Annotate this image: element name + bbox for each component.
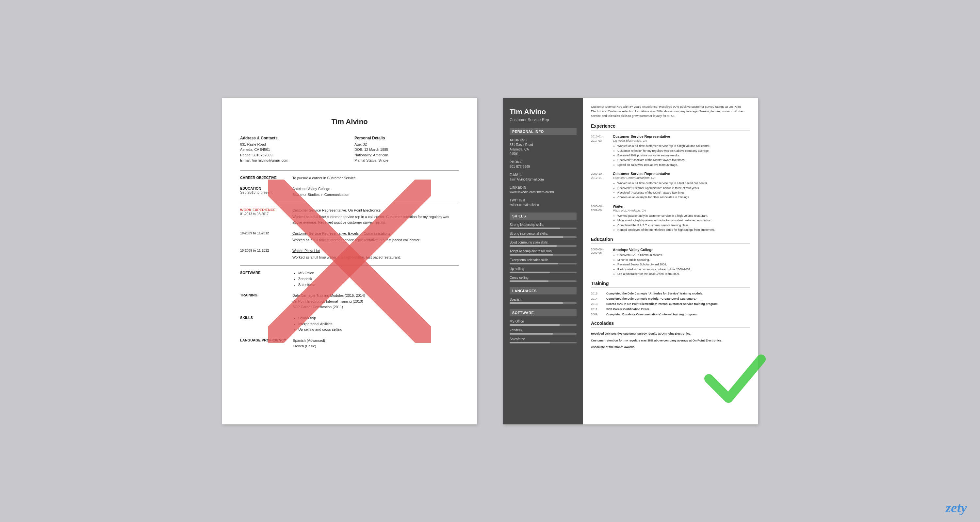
edu-1: 2005-09 -2009-05 Antelope Valley College… <box>591 248 750 276</box>
work-date-2: 10-2009 to 11-2012 <box>240 231 286 235</box>
training-2: 2014 Completed the Dale Carnegie module,… <box>591 297 750 300</box>
sidebar-phone: Phone 501-873-2669 <box>510 160 577 169</box>
career-text: To pursue a career in Customer Service. <box>293 175 459 181</box>
address-info: 831 Rasle Road Almeda, CA 94501 Phone: 5… <box>240 142 345 163</box>
training-1: 2015 Completed the Dale Carnegie "Attitu… <box>591 292 750 295</box>
resume-sidebar: Tim Alvino Customer Service Rep Personal… <box>503 98 583 424</box>
training-5: 2009 Completed Excelsior Communications'… <box>591 313 750 316</box>
address-label: Address & Contacts <box>240 136 345 140</box>
experience-title: Experience <box>591 124 750 130</box>
work-entry-1: Customer Service Representative, On Poin… <box>293 208 459 225</box>
skill-complaint: Adept at complaint resolution. <box>510 249 577 255</box>
skill-upselling: Up-selling <box>510 267 577 273</box>
work-date-3: 10-2009 to 11-2012 <box>240 248 286 252</box>
sw-zendesk: Zendesk <box>510 328 577 335</box>
right-name: Tim Alvino <box>510 108 577 116</box>
personal-info-header: Personal Info <box>510 128 577 135</box>
sidebar-twitter: Twitter twitter.com/timalvino <box>510 198 577 207</box>
education-label: EDUCATION Sep 2015 to present <box>240 186 286 197</box>
sw-salesforce: Salesforce <box>510 337 577 343</box>
training-text: Dale Carnegie Training Modules (2015, 20… <box>293 293 459 310</box>
personal-label: Personal Details <box>355 136 459 140</box>
languages-header: Languages <box>510 287 577 295</box>
skills-list: Leadership Interpersonal Abilities Up-se… <box>293 315 459 333</box>
skill-communication: Solid communication skills. <box>510 241 577 247</box>
exp-2: 2009-10 -2012-11 Customer Service Repres… <box>591 172 750 200</box>
career-label: CAREER OBJECTIVE <box>240 175 286 181</box>
right-resume: Tim Alvino Customer Service Rep Personal… <box>503 98 758 424</box>
education-title: Education <box>591 237 750 244</box>
sidebar-linkedin: LinkedIn www.linkedin.com/in/tim-alvino <box>510 186 577 195</box>
zety-watermark: zety <box>946 500 967 516</box>
work-entry-2: Customer Service Representative, Excelsi… <box>293 231 459 243</box>
left-name: Tim Alvino <box>240 117 459 126</box>
software-header: Software <box>510 309 577 316</box>
exp-3: 2005-06 -2009-09 Waiter Pizza Hut, Antel… <box>591 205 750 232</box>
skill-interpersonal: Strong interpersonal skills. <box>510 232 577 238</box>
training-title: Training <box>591 281 750 288</box>
education-text: Antelope Valley College Bachelor Studies… <box>293 186 459 197</box>
work-label: WORK EXPERIENCE 01-2013 to 03-2017 <box>240 208 286 216</box>
left-resume: Tim Alvino Address & Contacts 831 Rasle … <box>222 98 477 424</box>
skill-leadership: Strong leadership skills. <box>510 223 577 229</box>
accolades-title: Accolades <box>591 320 750 328</box>
language-label: LANGUAGE PROFICIENCY <box>240 338 286 349</box>
training-3: 2013 Scored 97% in On Point Electronics'… <box>591 302 750 306</box>
software-list: MS Office Zendesk Salesforce <box>293 270 459 287</box>
right-title: Customer Service Rep <box>510 117 577 122</box>
sidebar-email: E-mail TimTAlvino@gmail.com <box>510 173 577 182</box>
lang-spanish: Spanish <box>510 298 577 304</box>
summary: Customer Service Rep with 8+ years exper… <box>591 105 750 119</box>
sidebar-address: Address 831 Rasle RoadAlameda, CA94501 <box>510 138 577 156</box>
training-label: TRAINING <box>240 293 286 310</box>
work-entry-3: Waiter, Pizza Hut Worked as a full time … <box>293 248 459 260</box>
skill-telesales: Exceptional telesales skills. <box>510 258 577 265</box>
language-text: Spanish (Advanced) French (Basic) <box>293 338 459 349</box>
accolade-3: Associate of the month awards. <box>591 345 750 349</box>
personal-info: Age: 32 DOB: 12 March 1985 Nationality: … <box>355 142 459 163</box>
training-4: 2011 SCP Career Certification Exam <box>591 308 750 311</box>
exp-1: 2013-01 -2017-03 Customer Service Repres… <box>591 135 750 167</box>
software-label: SOFTWARE <box>240 270 286 287</box>
sw-msoffice: MS Office <box>510 320 577 326</box>
accolade-2: Customer retention for my regulars was 3… <box>591 338 750 343</box>
resume-main: Customer Service Rep with 8+ years exper… <box>583 98 758 424</box>
skills-header: Skills <box>510 213 577 220</box>
skill-crossselling: Cross-selling <box>510 276 577 282</box>
skills-label: SKILLS <box>240 315 286 333</box>
accolade-1: Received 99% positive customer survey re… <box>591 332 750 336</box>
